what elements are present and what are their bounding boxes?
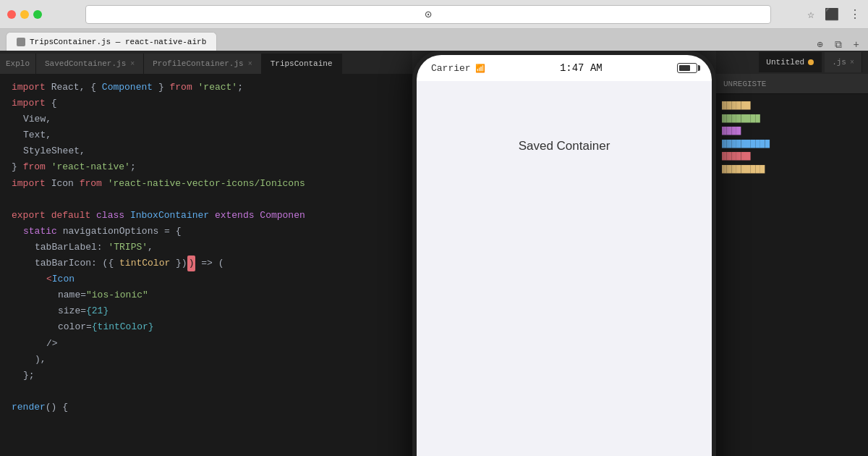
extension-icon[interactable]: ⬛: [825, 7, 839, 22]
close-tab-profile[interactable]: ×: [248, 60, 252, 68]
right-code-line-3: ████: [719, 125, 865, 138]
right-code-line-5: ██████: [719, 151, 865, 164]
address-bar[interactable]: ⊙: [85, 5, 771, 24]
right-code-line-2: ████████: [719, 113, 865, 126]
battery-bar: [677, 63, 697, 73]
code-content: import React, { Component } from 'react'…: [0, 74, 412, 456]
unregister-label: UNREGISTE: [723, 80, 766, 88]
right-tab-js-label: .js: [832, 58, 846, 67]
code-line-2: import {: [0, 96, 412, 111]
browser-tab-label: TripsContainer.js — react-native-airb: [30, 38, 206, 46]
profile-icon: ⊙: [425, 7, 432, 22]
phone-device: Carrier 📶 1:47 AM Saved Container: [412, 51, 716, 456]
menu-icon[interactable]: ⋮: [849, 7, 861, 22]
tab-saved-label: SavedContainer.js: [45, 59, 126, 68]
resize-icon[interactable]: ⧉: [835, 39, 842, 51]
code-line-16: />: [0, 336, 412, 352]
right-tab-js[interactable]: .js ×: [825, 52, 862, 72]
browser-tab-active[interactable]: TripsContainer.js — react-native-airb: [6, 32, 217, 51]
editor-panel: Explo SavedContainer.js × ProfileContain…: [0, 51, 412, 456]
right-panel: Untitled .js × UNREGISTE ██████ ████████…: [716, 51, 868, 456]
editor-tabs: Explo SavedContainer.js × ProfileContain…: [0, 51, 412, 74]
right-tab-label: Untitled: [766, 58, 804, 67]
code-line-4: Text,: [0, 127, 412, 143]
code-line-14: size= {21}: [0, 303, 412, 319]
right-top-bar: Untitled .js ×: [716, 51, 868, 74]
code-line-15: color= {tintColor}: [0, 319, 412, 335]
close-tab-saved[interactable]: ×: [130, 60, 135, 68]
phone-time: 1:47 AM: [560, 62, 603, 74]
code-line-blank-2: [0, 384, 412, 400]
phone-battery: [677, 63, 697, 73]
bookmark-icon[interactable]: ☆: [807, 7, 814, 22]
code-line-13: name= "ios-ionic": [0, 287, 412, 303]
code-line-9: static navigationOptions = {: [0, 224, 412, 240]
maximize-dot[interactable]: [33, 10, 42, 19]
code-line-7: import Icon from 'react-native-vector-ic…: [0, 176, 412, 192]
phone-wrapper: Carrier 📶 1:47 AM Saved Container: [412, 51, 716, 456]
code-line-12: < Icon: [0, 271, 412, 287]
code-line-5: StyleSheet,: [0, 143, 412, 159]
battery-fill: [679, 65, 690, 71]
browser-chrome: ⊙ ☆ ⬛ ⋮ TripsContainer.js — react-native…: [0, 0, 868, 51]
phone-carrier-info: Carrier 📶: [431, 63, 485, 74]
wifi-icon: 📶: [475, 64, 485, 73]
right-code-area: ██████ ████████ ████ ██████████ ██████ █…: [716, 94, 868, 456]
code-line-17: ),: [0, 352, 412, 368]
code-line-6: } from 'react-native' ;: [0, 159, 412, 175]
tab-trips-container[interactable]: TripsContaine: [262, 54, 342, 74]
more-icon[interactable]: +: [854, 39, 859, 51]
tab-profile-container[interactable]: ProfileContainer.js ×: [144, 54, 261, 74]
code-line-1: import React, { Component } from 'react'…: [0, 80, 412, 96]
carrier-text: Carrier: [431, 63, 471, 74]
browser-tabs-bar: TripsContainer.js — react-native-airb ⊕ …: [0, 29, 868, 51]
tab-profile-label: ProfileContainer.js: [153, 59, 243, 68]
right-code-line-4: ██████████: [719, 138, 865, 151]
right-code-line-6: █████████: [719, 164, 865, 177]
code-line-blank-1: [0, 192, 412, 208]
code-line-19: render () {: [0, 400, 412, 415]
screen-title: Saved Container: [519, 139, 610, 153]
code-line-11: tabBarIcon: ({ tintColor }) ) => (: [0, 256, 412, 271]
phone-screen: Saved Container: [417, 81, 712, 456]
phone-status-bar: Carrier 📶 1:47 AM: [417, 55, 712, 81]
tab-explorer-label: Explo: [6, 59, 30, 68]
right-tab-close[interactable]: ×: [850, 59, 854, 67]
tab-trips-label: TripsContaine: [271, 59, 333, 68]
right-code-line-1: ██████: [719, 100, 865, 113]
code-line-8: export default class InboxContainer exte…: [0, 208, 412, 224]
tab-favicon: [17, 38, 25, 46]
code-line-18: };: [0, 368, 412, 384]
minimize-dot[interactable]: [20, 10, 29, 19]
code-line-10: tabBarLabel: 'TRIPS' ,: [0, 240, 412, 256]
browser-top-bar: ⊙ ☆ ⬛ ⋮: [0, 0, 868, 29]
tab-saved-container[interactable]: SavedContainer.js ×: [36, 54, 144, 74]
browser-action-icons: ☆ ⬛ ⋮: [807, 7, 861, 22]
unregister-bar: UNREGISTE: [716, 74, 868, 94]
close-dot[interactable]: [7, 10, 16, 19]
right-tab-dot: [808, 59, 814, 65]
right-tab-untitled[interactable]: Untitled: [759, 52, 822, 72]
main-area: Explo SavedContainer.js × ProfileContain…: [0, 51, 868, 456]
tab-explorer[interactable]: Explo: [0, 54, 36, 74]
browser-controls: [7, 10, 42, 19]
code-line-3: View,: [0, 111, 412, 127]
new-tab-icon[interactable]: ⊕: [817, 38, 822, 51]
